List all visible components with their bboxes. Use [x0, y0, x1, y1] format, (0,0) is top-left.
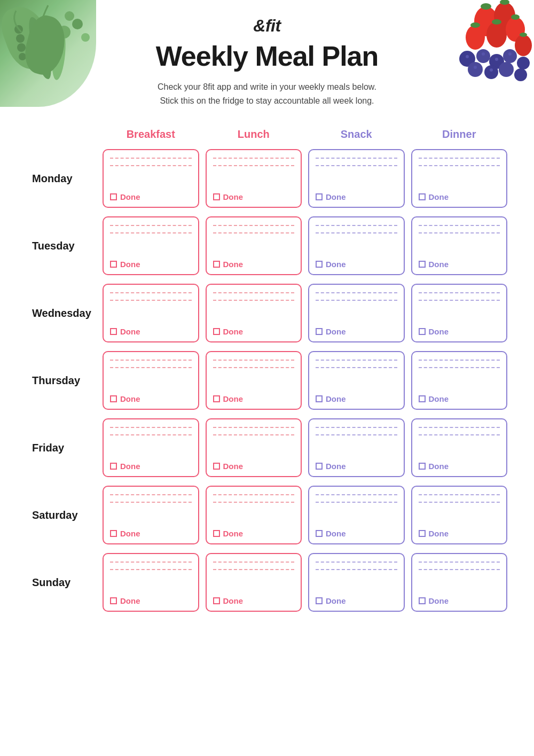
- done-checkbox[interactable]: [110, 193, 117, 200]
- done-checkbox[interactable]: [419, 328, 426, 335]
- done-checkbox[interactable]: [110, 328, 117, 335]
- meal-cell-friday-breakfast[interactable]: Done: [103, 418, 199, 477]
- meal-lines: [213, 225, 295, 233]
- meal-cell-monday-lunch[interactable]: Done: [206, 149, 302, 208]
- done-row-wednesday-dinner[interactable]: Done: [419, 327, 500, 336]
- meal-cell-monday-snack[interactable]: Done: [308, 149, 405, 208]
- meal-cell-tuesday-dinner[interactable]: Done: [411, 216, 508, 275]
- meal-cell-tuesday-snack[interactable]: Done: [308, 216, 405, 275]
- dashed-line: [419, 158, 500, 159]
- meal-cell-thursday-breakfast[interactable]: Done: [103, 351, 199, 410]
- done-checkbox[interactable]: [213, 597, 220, 604]
- meal-cell-saturday-breakfast[interactable]: Done: [103, 486, 199, 544]
- meal-cell-saturday-snack[interactable]: Done: [308, 486, 405, 544]
- done-row-wednesday-lunch[interactable]: Done: [213, 327, 295, 336]
- done-row-tuesday-breakfast[interactable]: Done: [110, 260, 192, 269]
- meal-cell-saturday-dinner[interactable]: Done: [411, 486, 508, 544]
- done-checkbox[interactable]: [316, 328, 323, 335]
- done-label: Done: [429, 327, 449, 336]
- done-row-friday-snack[interactable]: Done: [316, 462, 397, 471]
- done-checkbox[interactable]: [110, 261, 117, 268]
- done-row-sunday-snack[interactable]: Done: [316, 596, 397, 605]
- done-checkbox[interactable]: [316, 530, 323, 537]
- dashed-line: [419, 562, 500, 563]
- meal-cell-sunday-dinner[interactable]: Done: [411, 553, 508, 612]
- meal-lines: [419, 427, 500, 435]
- meal-cell-wednesday-breakfast[interactable]: Done: [103, 284, 199, 342]
- meal-cell-wednesday-dinner[interactable]: Done: [411, 284, 508, 342]
- done-row-saturday-lunch[interactable]: Done: [213, 529, 295, 538]
- meal-cell-friday-lunch[interactable]: Done: [206, 418, 302, 477]
- done-row-sunday-lunch[interactable]: Done: [213, 596, 295, 605]
- dashed-line: [110, 367, 192, 368]
- done-row-friday-breakfast[interactable]: Done: [110, 462, 192, 471]
- done-row-sunday-breakfast[interactable]: Done: [110, 596, 192, 605]
- meal-cell-sunday-lunch[interactable]: Done: [206, 553, 302, 612]
- done-row-monday-lunch[interactable]: Done: [213, 192, 295, 201]
- done-row-tuesday-snack[interactable]: Done: [316, 260, 397, 269]
- meal-cell-monday-dinner[interactable]: Done: [411, 149, 508, 208]
- done-row-sunday-dinner[interactable]: Done: [419, 596, 500, 605]
- done-checkbox[interactable]: [316, 395, 323, 402]
- dashed-line: [419, 232, 500, 233]
- meal-cell-sunday-snack[interactable]: Done: [308, 553, 405, 612]
- done-row-thursday-lunch[interactable]: Done: [213, 394, 295, 403]
- done-checkbox[interactable]: [110, 463, 117, 470]
- done-checkbox[interactable]: [316, 261, 323, 268]
- dashed-line: [316, 165, 397, 166]
- meal-cell-tuesday-breakfast[interactable]: Done: [103, 216, 199, 275]
- meal-cell-thursday-lunch[interactable]: Done: [206, 351, 302, 410]
- done-row-saturday-breakfast[interactable]: Done: [110, 529, 192, 538]
- done-row-wednesday-snack[interactable]: Done: [316, 327, 397, 336]
- meal-cell-sunday-breakfast[interactable]: Done: [103, 553, 199, 612]
- day-label-friday: Friday: [27, 442, 96, 454]
- done-row-monday-breakfast[interactable]: Done: [110, 192, 192, 201]
- done-row-thursday-snack[interactable]: Done: [316, 394, 397, 403]
- done-row-saturday-dinner[interactable]: Done: [419, 529, 500, 538]
- meal-lines: [419, 225, 500, 233]
- done-checkbox[interactable]: [213, 463, 220, 470]
- done-checkbox[interactable]: [419, 395, 426, 402]
- done-checkbox[interactable]: [110, 530, 117, 537]
- done-checkbox[interactable]: [419, 463, 426, 470]
- done-row-thursday-breakfast[interactable]: Done: [110, 394, 192, 403]
- done-checkbox[interactable]: [213, 328, 220, 335]
- done-row-wednesday-breakfast[interactable]: Done: [110, 327, 192, 336]
- done-checkbox[interactable]: [213, 193, 220, 200]
- done-label: Done: [120, 327, 140, 336]
- done-row-monday-snack[interactable]: Done: [316, 192, 397, 201]
- meal-cell-friday-dinner[interactable]: Done: [411, 418, 508, 477]
- snack-header: Snack: [308, 126, 405, 143]
- meal-cell-thursday-snack[interactable]: Done: [308, 351, 405, 410]
- meal-cell-monday-breakfast[interactable]: Done: [103, 149, 199, 208]
- done-label: Done: [120, 596, 140, 605]
- done-checkbox[interactable]: [213, 395, 220, 402]
- meal-cell-thursday-dinner[interactable]: Done: [411, 351, 508, 410]
- logo-symbol: &fit: [253, 16, 280, 35]
- done-checkbox[interactable]: [419, 530, 426, 537]
- meal-cell-friday-snack[interactable]: Done: [308, 418, 405, 477]
- done-checkbox[interactable]: [419, 597, 426, 604]
- done-row-tuesday-lunch[interactable]: Done: [213, 260, 295, 269]
- done-checkbox[interactable]: [213, 261, 220, 268]
- done-checkbox[interactable]: [213, 530, 220, 537]
- dashed-line: [419, 569, 500, 570]
- done-checkbox[interactable]: [316, 193, 323, 200]
- meal-cell-wednesday-snack[interactable]: Done: [308, 284, 405, 342]
- meal-cell-wednesday-lunch[interactable]: Done: [206, 284, 302, 342]
- done-row-tuesday-dinner[interactable]: Done: [419, 260, 500, 269]
- done-row-thursday-dinner[interactable]: Done: [419, 394, 500, 403]
- meal-cell-tuesday-lunch[interactable]: Done: [206, 216, 302, 275]
- done-row-saturday-snack[interactable]: Done: [316, 529, 397, 538]
- done-checkbox[interactable]: [419, 261, 426, 268]
- done-row-monday-dinner[interactable]: Done: [419, 192, 500, 201]
- done-checkbox[interactable]: [316, 463, 323, 470]
- done-checkbox[interactable]: [419, 193, 426, 200]
- meal-cell-saturday-lunch[interactable]: Done: [206, 486, 302, 544]
- done-row-friday-lunch[interactable]: Done: [213, 462, 295, 471]
- dashed-line: [316, 360, 397, 361]
- done-checkbox[interactable]: [110, 597, 117, 604]
- done-checkbox[interactable]: [110, 395, 117, 402]
- done-checkbox[interactable]: [316, 597, 323, 604]
- done-row-friday-dinner[interactable]: Done: [419, 462, 500, 471]
